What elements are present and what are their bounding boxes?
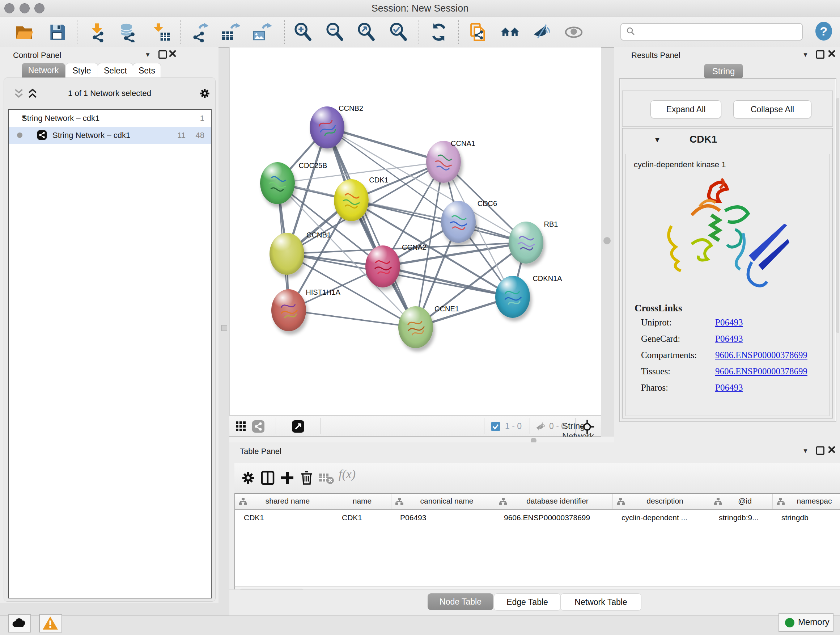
help-button[interactable]: ? <box>815 22 832 41</box>
node-CDK1[interactable] <box>334 179 369 221</box>
search-input[interactable] <box>640 25 797 38</box>
close-panel-icon[interactable] <box>169 50 177 59</box>
new-network-from-selection-icon[interactable] <box>468 22 488 42</box>
table-cell[interactable]: 9606.ENSP00000378699 <box>504 513 590 522</box>
zoom-selected-icon[interactable] <box>388 22 409 42</box>
open-session-icon[interactable] <box>14 22 35 42</box>
cloud-button[interactable] <box>8 614 31 632</box>
node-CCNA2[interactable] <box>365 245 400 287</box>
column-header--id[interactable]: @id <box>710 494 773 509</box>
table-cell[interactable]: stringdb:9... <box>719 513 759 522</box>
tab-network[interactable]: Network <box>22 63 65 78</box>
memory-button[interactable]: Memory <box>778 613 834 632</box>
close-panel-icon[interactable] <box>828 446 836 455</box>
collapse-entry-icon[interactable]: ▼ <box>654 136 661 144</box>
table-cell[interactable]: CDK1 <box>244 513 264 522</box>
delete-column-icon[interactable] <box>298 469 316 486</box>
show-all-icon[interactable] <box>564 22 584 42</box>
crosslinks-section: CrossLinks Uniprot: P06493 GeneCard: P06… <box>635 302 829 393</box>
tab-edge-table[interactable]: Edge Table <box>494 593 561 611</box>
first-neighbors-icon[interactable] <box>500 22 521 42</box>
node-CCNB1[interactable] <box>270 233 304 275</box>
node-CCNB2[interactable] <box>309 106 344 149</box>
tab-sets[interactable]: Sets <box>133 63 161 78</box>
table-cell[interactable]: CDK1 <box>342 513 362 522</box>
node-RB1[interactable] <box>508 222 543 264</box>
zoom-in-icon[interactable] <box>293 22 313 42</box>
save-session-icon[interactable] <box>47 22 67 42</box>
protein-entry-header[interactable]: ▼ CDK1 <box>622 128 832 152</box>
column-header-name[interactable]: name <box>333 494 392 509</box>
node-HIST1H1A[interactable] <box>271 289 306 331</box>
network-options-gear-icon[interactable] <box>198 87 212 100</box>
collapse-panel-icon[interactable]: ▼ <box>802 51 808 59</box>
birds-eye-view-icon[interactable] <box>292 420 305 433</box>
string-results-box: Expand All Collapse All ▼ CDK1 cyclin-de… <box>619 78 836 422</box>
crosslink-value-link[interactable]: P06493 <box>715 334 743 344</box>
zoom-out-icon[interactable] <box>325 22 345 42</box>
zoom-fit-icon[interactable] <box>356 22 377 42</box>
crosslink-value-link[interactable]: P06493 <box>715 383 743 393</box>
grid-view-icon[interactable] <box>235 421 247 432</box>
crosslink-value-link[interactable]: 9606.ENSP00000378699 <box>715 366 807 377</box>
column-header-namespac[interactable]: namespac <box>773 494 840 509</box>
crosslink-label: Uniprot: <box>641 318 715 328</box>
table-cell[interactable]: cyclin-dependent ... <box>622 513 687 522</box>
table-settings-gear-icon[interactable] <box>240 469 257 486</box>
add-column-icon[interactable] <box>279 469 296 486</box>
crosslink-value-link[interactable]: 9606.ENSP00000378699 <box>715 350 807 360</box>
column-header-canonical-name[interactable]: canonical name <box>392 494 495 509</box>
warning-button[interactable] <box>39 614 62 632</box>
tab-select[interactable]: Select <box>98 63 133 78</box>
export-table-icon[interactable] <box>220 22 240 42</box>
results-panel: Results Panel ▼ String Expand All Collap… <box>614 47 840 442</box>
import-network-from-file-icon[interactable] <box>88 22 108 42</box>
tab-network-table[interactable]: Network Table <box>561 593 641 611</box>
network-tree: ▼ String Network – cdk1 1 String Network… <box>8 109 212 599</box>
float-panel-icon[interactable] <box>816 447 824 455</box>
apply-preferred-layout-icon[interactable] <box>429 22 449 42</box>
protein-description: cyclin-dependent kinase 1 <box>634 160 829 169</box>
collapse-panel-icon[interactable]: ▼ <box>145 51 151 59</box>
search-box <box>621 23 803 41</box>
node-CDKN1A[interactable] <box>495 276 530 318</box>
selected-checkbox-icon[interactable] <box>491 421 501 432</box>
network-tree-row[interactable]: String Network – cdk1 11 48 <box>9 127 211 144</box>
import-network-from-database-icon[interactable] <box>118 22 139 42</box>
expand-all-button[interactable]: Expand All <box>651 100 722 119</box>
float-panel-icon[interactable] <box>816 50 824 59</box>
network-badge-icon[interactable] <box>252 420 265 433</box>
export-image-icon[interactable] <box>252 22 272 42</box>
collapse-all-button[interactable]: Collapse All <box>733 100 812 119</box>
search-icon <box>626 27 636 36</box>
crosslink-value-link[interactable]: P06493 <box>715 318 743 328</box>
splitter-handle[interactable] <box>221 325 227 331</box>
hide-selected-icon[interactable] <box>531 22 552 42</box>
node-CCNE1[interactable] <box>398 306 433 348</box>
node-CDC25B[interactable] <box>260 162 295 204</box>
float-panel-icon[interactable] <box>158 50 167 59</box>
import-table-from-file-icon[interactable] <box>151 22 172 42</box>
collapse-panel-icon[interactable]: ▼ <box>802 448 808 455</box>
network-tree-row[interactable]: ▼ String Network – cdk1 1 <box>9 110 211 127</box>
tab-node-table[interactable]: Node Table <box>428 593 493 610</box>
crosslinks-heading: CrossLinks <box>635 302 829 314</box>
tab-style[interactable]: Style <box>65 63 98 78</box>
show-columns-icon[interactable] <box>259 469 276 486</box>
column-header-shared-name[interactable]: shared name <box>235 494 333 509</box>
close-panel-icon[interactable] <box>828 50 836 59</box>
column-header-description[interactable]: description <box>613 494 710 509</box>
table-cell[interactable]: P06493 <box>400 513 426 522</box>
column-header-database-identifier[interactable]: database identifier <box>495 494 613 509</box>
node-CDC6[interactable] <box>441 201 476 243</box>
export-network-icon[interactable] <box>188 22 209 42</box>
results-scrollbar[interactable] <box>836 98 839 333</box>
panel-splitter-dot[interactable] <box>603 237 611 244</box>
protein-entry-card: ▼ CDK1 cyclin-dependent kinase 1 <box>622 128 833 418</box>
node-table: shared name name canonical name database… <box>234 493 840 588</box>
network-view-canvas[interactable]: CCNB2 CCNA1 CDC25B CDK1 CDC6 RB1 CC <box>229 47 601 416</box>
tab-string[interactable]: String <box>704 64 743 79</box>
crosslink-label: Compartments: <box>641 350 715 360</box>
table-cell[interactable]: stringdb <box>782 513 808 522</box>
fit-selected-crosshair-icon[interactable] <box>579 419 595 434</box>
